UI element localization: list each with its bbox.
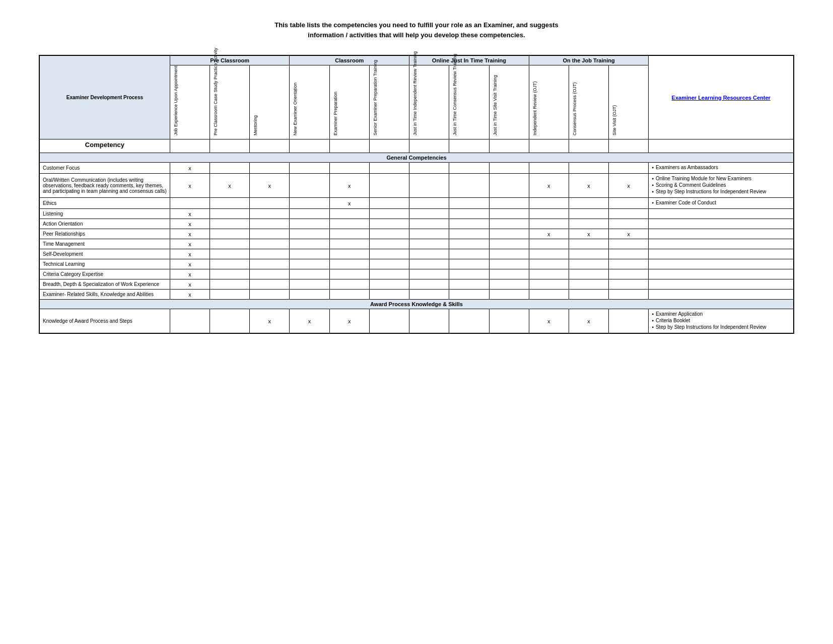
mark-cell-5-9 <box>529 219 569 229</box>
mark-cell-6-3 <box>290 229 329 239</box>
mark-cell-9-1 <box>210 259 249 269</box>
resource-item: ▪Step by Step Instructions for Independe… <box>652 189 790 194</box>
mark-cell-6-11: x <box>609 229 649 239</box>
mark-cell-11-4 <box>329 279 369 290</box>
mark-cell-10-8 <box>489 269 529 279</box>
mark-cell-12-0: x <box>170 290 210 300</box>
mark-cell-4-1 <box>210 209 249 219</box>
mark-cell-1-1 <box>210 163 249 174</box>
mark-cell-14-1 <box>210 309 249 334</box>
mark-cell-2-1: x <box>210 174 249 198</box>
mark-cell-6-0: x <box>170 229 210 239</box>
col-spacer-res <box>649 139 794 153</box>
mark-cell-7-7 <box>449 239 489 249</box>
mark-cell-14-6 <box>409 309 449 334</box>
mark-cell-4-9 <box>529 209 569 219</box>
col-header-7: Just in Time Consensus Review Training <box>449 65 489 139</box>
mark-cell-9-6 <box>409 259 449 269</box>
mark-cell-12-11 <box>609 290 649 300</box>
mark-cell-7-2 <box>250 239 290 249</box>
mark-cell-12-1 <box>210 290 249 300</box>
mark-cell-3-0 <box>170 198 210 209</box>
mark-cell-10-0: x <box>170 269 210 279</box>
mark-cell-12-9 <box>529 290 569 300</box>
mark-cell-2-3 <box>290 174 329 198</box>
mark-cell-14-5 <box>369 309 409 334</box>
table-row: Customer Focusx▪Examiners as Ambassadors <box>39 163 794 174</box>
mark-cell-3-10 <box>569 198 608 209</box>
mark-cell-10-5 <box>369 269 409 279</box>
mark-cell-10-6 <box>409 269 449 279</box>
mark-cell-7-5 <box>369 239 409 249</box>
resources-link[interactable]: Examiner Learning Resources Center <box>651 95 791 101</box>
resource-item: ▪Criteria Booklet <box>652 318 790 323</box>
mark-cell-11-2 <box>250 279 290 290</box>
resources-cell-4 <box>649 209 794 219</box>
mark-cell-4-6 <box>409 209 449 219</box>
mark-cell-9-11 <box>609 259 649 269</box>
table-row: Technical Learningx <box>39 259 794 269</box>
mark-cell-11-8 <box>489 279 529 290</box>
mark-cell-12-4 <box>329 290 369 300</box>
mark-cell-7-11 <box>609 239 649 249</box>
competency-cell-3: Ethics <box>39 198 170 209</box>
resource-item: ▪Examiner Application <box>652 311 790 317</box>
table-row: Self-Developmentx <box>39 249 794 259</box>
mark-cell-7-10 <box>569 239 608 249</box>
resources-cell-5 <box>649 219 794 229</box>
mark-cell-9-8 <box>489 259 529 269</box>
mark-cell-6-1 <box>210 229 249 239</box>
mark-cell-14-4: x <box>329 309 369 334</box>
competency-cell-6: Peer Relationships <box>39 229 170 239</box>
competency-cell-8: Self-Development <box>39 249 170 259</box>
online-header: Online Just In Time Training <box>409 55 529 65</box>
mark-cell-6-9: x <box>529 229 569 239</box>
mark-cell-10-4 <box>329 269 369 279</box>
table-row: Ethicsx▪Examiner Code of Conduct <box>39 198 794 209</box>
mark-cell-14-7 <box>449 309 489 334</box>
competency-cell-2: Oral/Written Communication (includes wri… <box>39 174 170 198</box>
mark-cell-5-5 <box>369 219 409 229</box>
page-title: This table lists the competencies you ne… <box>190 20 643 40</box>
resources-cell-7 <box>649 239 794 249</box>
mark-cell-11-6 <box>409 279 449 290</box>
mark-cell-12-2 <box>250 290 290 300</box>
mark-cell-8-1 <box>210 249 249 259</box>
mark-cell-3-8 <box>489 198 529 209</box>
competency-cell-9: Technical Learning <box>39 259 170 269</box>
mark-cell-10-11 <box>609 269 649 279</box>
mark-cell-1-9 <box>529 163 569 174</box>
mark-cell-8-5 <box>369 249 409 259</box>
col-header-0: Job Experience Upon Appointment <box>170 65 210 139</box>
col-header-9: Independent Review (OJT) <box>529 65 569 139</box>
mark-cell-2-10: x <box>569 174 608 198</box>
mark-cell-3-4: x <box>329 198 369 209</box>
mark-cell-4-4 <box>329 209 369 219</box>
mark-cell-11-9 <box>529 279 569 290</box>
mark-cell-5-3 <box>290 219 329 229</box>
competency-cell-4: Listening <box>39 209 170 219</box>
mark-cell-9-9 <box>529 259 569 269</box>
col-spacer-4 <box>329 139 369 153</box>
mark-cell-7-0: x <box>170 239 210 249</box>
resources-cell-3: ▪Examiner Code of Conduct <box>649 198 794 209</box>
mark-cell-4-2 <box>250 209 290 219</box>
col-header-10: Consensus Process (OJT) <box>569 65 608 139</box>
mark-cell-8-11 <box>609 249 649 259</box>
table-row: Criteria Category Expertisex <box>39 269 794 279</box>
mark-cell-14-2: x <box>250 309 290 334</box>
mark-cell-1-0: x <box>170 163 210 174</box>
mark-cell-10-9 <box>529 269 569 279</box>
competency-cell-5: Action Orientation <box>39 219 170 229</box>
col-spacer-9 <box>529 139 569 153</box>
mark-cell-2-5 <box>369 174 409 198</box>
resources-cell-8 <box>649 249 794 259</box>
competency-cell-7: Time Management <box>39 239 170 249</box>
col-header-11: Site Visit (OJT) <box>609 65 649 139</box>
col-header-8: Just in Time Site Visit Training <box>489 65 529 139</box>
mark-cell-14-8 <box>489 309 529 334</box>
mark-cell-12-10 <box>569 290 608 300</box>
col-spacer-11 <box>609 139 649 153</box>
col-spacer-7 <box>449 139 489 153</box>
mark-cell-2-4: x <box>329 174 369 198</box>
